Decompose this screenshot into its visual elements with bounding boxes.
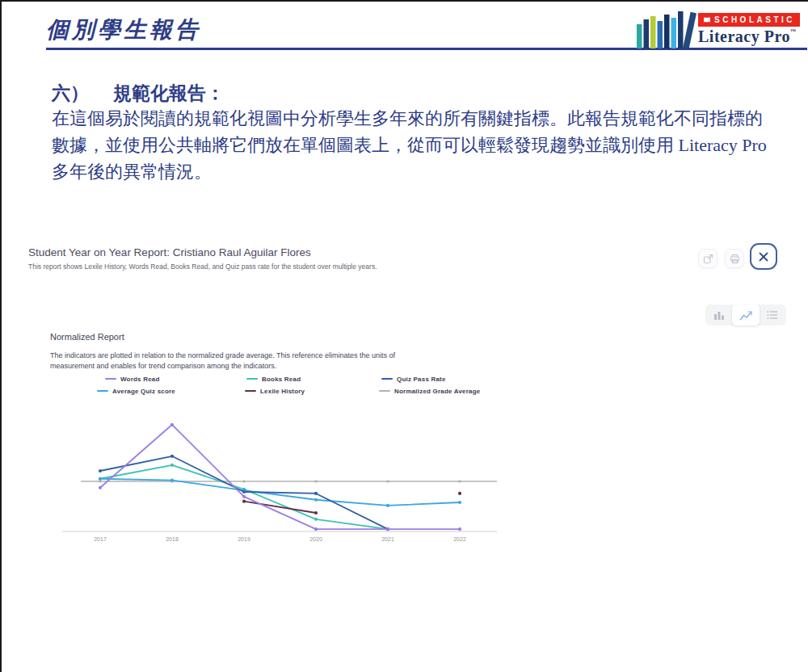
section-number: 六） (52, 83, 89, 103)
legend-label: Quiz Pass Rate (397, 376, 446, 383)
paragraph-line: 在這個易於閱讀的規範化視圖中分析學生多年來的所有關鍵指標。此報告規範化不同指標的 (52, 105, 787, 132)
close-button[interactable] (750, 243, 777, 270)
line-chart: 201720182019202020212022 (26, 397, 543, 551)
paragraph-line: 多年後的異常情況。 (52, 158, 787, 185)
chart-view-toggle (705, 304, 786, 326)
trademark-symbol: ™ (790, 28, 797, 35)
legend-swatch-icon (246, 378, 258, 380)
list-view-button[interactable] (760, 304, 786, 326)
section-heading: 六）規範化報告： (52, 81, 225, 106)
legend-swatch-icon (105, 378, 116, 380)
section-title-zh: 規範化報告： (113, 83, 225, 103)
legend-item: Normalized Grade Average (379, 387, 480, 395)
scholastic-literacy-pro-logo: SCHOLASTIC Literacy Pro™ (635, 6, 806, 48)
svg-text:2022: 2022 (453, 536, 466, 542)
body-paragraph: 在這個易於閱讀的規範化視圖中分析學生多年來的所有關鍵指標。此報告規範化不同指標的… (52, 105, 787, 185)
legend-item: Quiz Pass Rate (381, 375, 446, 383)
print-icon (730, 254, 740, 264)
book-spines-icon (637, 10, 696, 48)
chart-description: The indicators are plotted in relation t… (50, 351, 395, 372)
legend-swatch-icon (379, 390, 390, 393)
line-chart-view-button[interactable] (732, 304, 759, 326)
close-icon (758, 251, 769, 262)
bar-chart-view-button[interactable] (705, 304, 732, 326)
legend-swatch-icon (245, 390, 256, 393)
brand-name-top: SCHOLASTIC (714, 15, 795, 24)
legend-label: Average Quiz score (112, 388, 175, 395)
chart-section-title: Normalized Report (50, 332, 124, 342)
legend-swatch-icon (381, 378, 393, 380)
svg-text:2018: 2018 (166, 536, 179, 542)
legend-item: Average Quiz score (97, 387, 175, 395)
legend-swatch-icon (97, 390, 108, 393)
svg-text:2021: 2021 (381, 536, 394, 542)
chart-description-line: measurement and enables for trend compar… (50, 361, 395, 372)
svg-text:2020: 2020 (309, 536, 322, 542)
paragraph-line: 數據，並使用公共軸將它們放在單個圖表上，從而可以輕鬆發現趨勢並識別使用 Lite… (52, 132, 787, 158)
page-title: 個別學生報告 (46, 15, 201, 45)
normalized-report-chart: 201720182019202020212022 (26, 397, 543, 551)
share-icon (703, 254, 713, 264)
svg-text:2017: 2017 (94, 536, 107, 542)
legend-item: Lexile History (245, 387, 305, 395)
legend-label: Lexile History (260, 388, 305, 395)
brand-name-bottom: Literacy Pro™ (698, 27, 806, 46)
line-chart-icon (739, 310, 752, 321)
legend-item: Books Read (246, 375, 301, 383)
legend-label: Books Read (262, 376, 301, 383)
bar-chart-icon (713, 310, 725, 320)
scholastic-banner: SCHOLASTIC (698, 13, 800, 27)
svg-text:2019: 2019 (238, 536, 250, 542)
share-button[interactable] (698, 249, 718, 268)
legend-label: Words Read (120, 376, 160, 383)
legend-label: Normalized Grade Average (394, 388, 480, 395)
document-page: 個別學生報告 SCHOLASTIC Literacy Pro™ 六）規範化報告：… (0, 0, 808, 672)
open-book-icon (703, 17, 711, 23)
chart-description-line: The indicators are plotted in relation t… (50, 351, 395, 361)
report-title: Student Year on Year Report: Cristiano R… (28, 246, 311, 258)
print-button[interactable] (725, 249, 744, 268)
list-icon (767, 310, 778, 320)
legend-item: Words Read (105, 375, 160, 383)
report-subtitle: This report shows Lexile History, Words … (28, 262, 377, 271)
